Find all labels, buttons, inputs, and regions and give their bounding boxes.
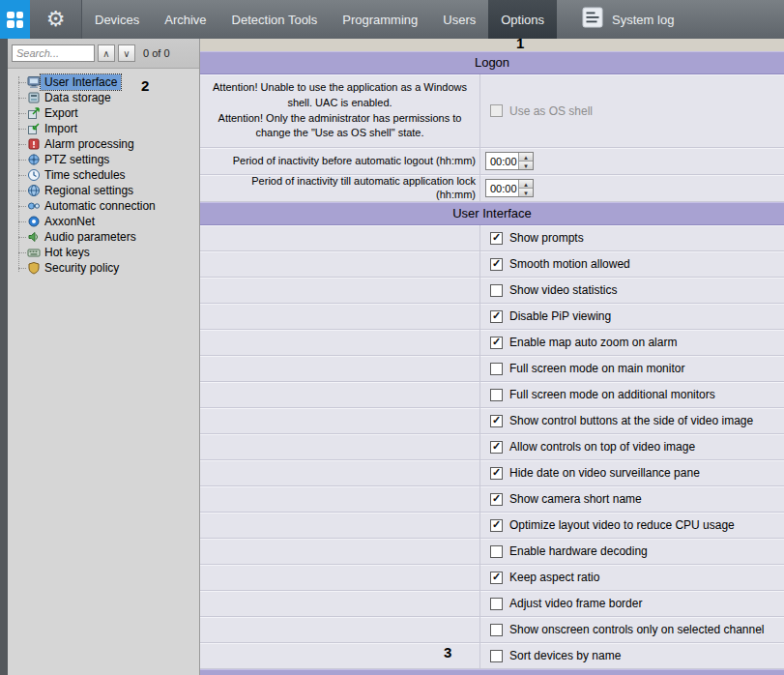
option-row-full-screen-mode-on-main-monitor: Full screen mode on main monitor (200, 356, 784, 382)
os-shell-description-cell: Attention! Unable to use the application… (200, 74, 480, 147)
checkbox-full-screen-mode-on-additional-monitors[interactable] (490, 389, 503, 401)
annotation-3: 3 (444, 644, 451, 660)
system-log-label: System log (612, 13, 674, 27)
security-icon (27, 261, 41, 275)
monitor-icon (27, 75, 41, 89)
option-label: Allow controls on top of video image (509, 440, 695, 454)
menu-item-archive[interactable]: Archive (152, 0, 218, 39)
option-row-optimize-layout-video-to-reduce-cpu-usage: Optimize layout video to reduce CPU usag… (200, 513, 784, 539)
sidebar-item-security-policy[interactable]: Security policy (8, 260, 199, 276)
option-label: Show video statistics (509, 283, 617, 297)
panel-top-strip (200, 39, 784, 51)
system-log-button[interactable]: System log (570, 0, 685, 39)
menu-item-users[interactable]: Users (430, 0, 488, 39)
sidebar-item-import[interactable]: Import (8, 121, 199, 136)
menu-item-detection-tools[interactable]: Detection Tools (219, 0, 331, 39)
axxonnet-icon (27, 215, 41, 228)
sidebar-item-alarm-processing[interactable]: Alarm processing (8, 136, 199, 152)
settings-tree: User Interface Data storage Export Impor… (8, 69, 199, 675)
use-as-os-shell-label: Use as OS shell (509, 104, 593, 118)
use-as-os-shell-checkbox[interactable] (490, 104, 503, 117)
gear-icon: ⚙ (46, 9, 66, 30)
sidebar-item-regional-settings[interactable]: Regional settings (8, 183, 199, 198)
option-row-allow-controls-on-top-of-video-image: Allow controls on top of video image (200, 434, 784, 460)
spinner-down-icon[interactable]: ▾ (519, 189, 533, 196)
time-spinner[interactable]: 00:00 ▴ ▾ (485, 152, 534, 170)
import-icon (27, 122, 41, 135)
option-label: Full screen mode on main monitor (509, 362, 684, 375)
checkbox-show-control-buttons-at-the-side-of-video-image[interactable] (490, 415, 503, 427)
sidebar-item-data-storage[interactable]: Data storage (8, 90, 199, 105)
option-row-adjust-video-frame-border: Adjust video frame border (200, 591, 784, 617)
search-next-button[interactable]: ∨ (118, 44, 135, 62)
os-shell-row: Attention! Unable to use the application… (200, 74, 784, 148)
time-spinner-value[interactable]: 00:00 (486, 180, 518, 196)
option-row-show-control-buttons-at-the-side-of-video-image: Show control buttons at the side of vide… (200, 408, 784, 434)
option-label: Optimize layout video to reduce CPU usag… (509, 518, 735, 532)
checkbox-hide-date-on-video-surveillance-pane[interactable] (490, 467, 503, 480)
menu-item-options[interactable]: Options (488, 0, 557, 39)
checkbox-sort-devices-by-name[interactable] (490, 650, 503, 662)
option-row-show-video-statistics: Show video statistics (200, 278, 784, 304)
hotkeys-icon (27, 246, 41, 259)
application-window: ⚙ Devices Archive Detection Tools Progra… (0, 0, 784, 675)
sidebar-item-axxonnet[interactable]: AxxonNet (8, 214, 199, 229)
time-spinner-value[interactable]: 00:00 (486, 153, 518, 169)
settings-gear-button[interactable]: ⚙ (30, 0, 82, 39)
menu-item-devices[interactable]: Devices (82, 0, 152, 39)
checkbox-keep-aspect-ratio[interactable] (490, 572, 503, 584)
option-row-enable-map-auto-zoom-on-alarm: Enable map auto zoom on alarm (200, 330, 784, 356)
annotation-2: 2 (141, 77, 149, 94)
menu-item-programming[interactable]: Programming (330, 0, 430, 39)
export-icon (27, 106, 41, 120)
clock-icon (27, 168, 41, 182)
spinner-up-icon[interactable]: ▴ (519, 153, 533, 161)
spinner-up-icon[interactable]: ▴ (519, 180, 533, 189)
attention-text: Attention! Unable to use the application… (200, 80, 479, 142)
chevron-down-icon: ∨ (123, 48, 130, 59)
left-edge-strip (0, 39, 8, 675)
top-toolbar: ⚙ Devices Archive Detection Tools Progra… (0, 0, 784, 39)
sidebar-search-bar: ∧ ∨ 0 of 0 (8, 39, 199, 69)
option-row-enable-hardware-decoding: Enable hardware decoding (200, 539, 784, 565)
checkbox-show-camera-short-name[interactable] (490, 493, 503, 506)
checkbox-allow-controls-on-top-of-video-image[interactable] (490, 441, 503, 454)
time-spinner[interactable]: 00:00 ▴ ▾ (485, 179, 534, 197)
search-prev-button[interactable]: ∧ (98, 44, 115, 62)
sidebar-item-ptz-settings[interactable]: PTZ settings (8, 152, 199, 167)
checkbox-smooth-motion-allowed[interactable] (490, 258, 503, 271)
checkbox-full-screen-mode-on-main-monitor[interactable] (490, 363, 503, 375)
connection-icon (27, 199, 41, 213)
logon-section-title: Logon (475, 55, 509, 70)
checkbox-show-video-statistics[interactable] (490, 284, 503, 297)
checkbox-enable-hardware-decoding[interactable] (490, 545, 503, 558)
option-label: Enable hardware decoding (509, 544, 648, 558)
checkbox-show-onscreen-controls-only-on-selected-channel[interactable] (490, 624, 503, 636)
sidebar-item-automatic-connection[interactable]: Automatic connection (8, 198, 199, 214)
sidebar-item-export[interactable]: Export (8, 105, 199, 121)
spinner-down-icon[interactable]: ▾ (519, 161, 533, 169)
ui-option-rows: Show prompts Smooth motion allowed Show … (200, 225, 784, 669)
sidebar-item-audio-parameters[interactable]: Audio parameters (8, 229, 199, 245)
ptz-icon (27, 153, 41, 166)
option-label: Smooth motion allowed (509, 257, 630, 271)
system-log-icon (582, 7, 603, 32)
option-label: Full screen mode on additional monitors (509, 388, 715, 401)
chevron-up-icon: ∧ (102, 48, 109, 59)
sidebar-item-time-schedules[interactable]: Time schedules (8, 167, 199, 183)
checkbox-enable-map-auto-zoom-on-alarm[interactable] (490, 337, 503, 349)
checkbox-disable-pip-viewing[interactable] (490, 310, 503, 323)
option-label: Show onscreen controls only on selected … (509, 623, 765, 636)
checkbox-adjust-video-frame-border[interactable] (490, 598, 503, 610)
option-row-disable-pip-viewing: Disable PiP viewing (200, 304, 784, 330)
sidebar-item-user-interface[interactable]: User Interface (8, 74, 199, 90)
option-row-show-camera-short-name: Show camera short name (200, 486, 784, 513)
alarm-icon (27, 137, 41, 151)
checkbox-optimize-layout-video-to-reduce-cpu-usage[interactable] (490, 519, 503, 532)
search-input[interactable] (12, 44, 95, 62)
apps-grid-button[interactable] (0, 0, 30, 39)
sidebar-item-hot-keys[interactable]: Hot keys (8, 245, 199, 260)
audio-icon (27, 230, 41, 244)
option-label: Hide date on video surveillance pane (509, 466, 700, 480)
checkbox-show-prompts[interactable] (490, 232, 503, 245)
